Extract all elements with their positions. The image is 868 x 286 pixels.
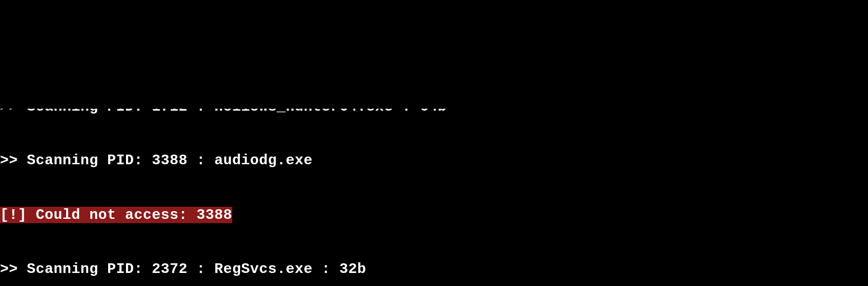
output-line-scan: >> Scanning PID: 2372 : RegSvcs.exe : 32… — [0, 260, 868, 279]
terminal-output: >> Scanning PID: 1712 : Hollows_Hunter64… — [0, 72, 868, 286]
output-line-cutoff: >> Scanning PID: 1712 : Hollows_Hunter64… — [0, 109, 868, 115]
output-line-error: [!] Could not access: 3388 — [0, 206, 868, 225]
output-line-scan: >> Scanning PID: 3388 : audiodg.exe — [0, 152, 868, 170]
